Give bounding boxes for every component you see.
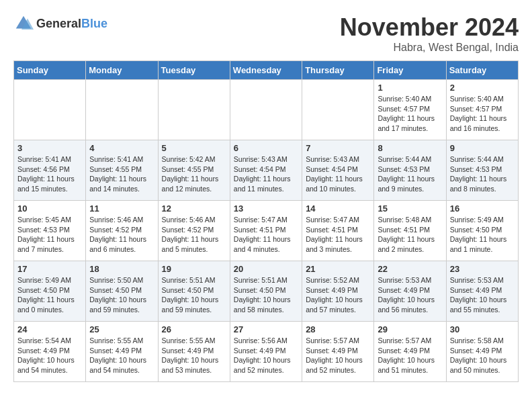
weekday-header-sunday: Sunday	[14, 61, 86, 80]
day-number: 9	[450, 143, 515, 153]
logo: GeneralBlue	[13, 13, 107, 34]
calendar-cell: 16Sunrise: 5:49 AM Sunset: 4:50 PM Dayli…	[446, 201, 518, 261]
day-number: 2	[450, 83, 515, 93]
day-content: Sunrise: 5:55 AM Sunset: 4:49 PM Dayligh…	[162, 336, 226, 375]
calendar-cell: 13Sunrise: 5:47 AM Sunset: 4:51 PM Dayli…	[230, 201, 302, 261]
day-number: 22	[378, 264, 442, 274]
day-content: Sunrise: 5:55 AM Sunset: 4:49 PM Dayligh…	[89, 336, 154, 375]
weekday-header-thursday: Thursday	[302, 61, 374, 80]
calendar-cell: 28Sunrise: 5:57 AM Sunset: 4:49 PM Dayli…	[302, 322, 374, 382]
day-content: Sunrise: 5:51 AM Sunset: 4:50 PM Dayligh…	[234, 275, 298, 315]
day-content: Sunrise: 5:49 AM Sunset: 4:50 PM Dayligh…	[450, 215, 515, 255]
day-number: 24	[17, 324, 82, 334]
day-number: 8	[378, 143, 442, 153]
calendar-cell	[302, 80, 374, 140]
day-content: Sunrise: 5:46 AM Sunset: 4:52 PM Dayligh…	[89, 215, 154, 255]
calendar-cell: 1Sunrise: 5:40 AM Sunset: 4:57 PM Daylig…	[374, 80, 446, 140]
day-content: Sunrise: 5:43 AM Sunset: 4:54 PM Dayligh…	[306, 154, 370, 194]
day-number: 7	[306, 143, 370, 153]
calendar-cell	[14, 80, 86, 140]
day-content: Sunrise: 5:41 AM Sunset: 4:55 PM Dayligh…	[89, 154, 154, 194]
calendar-cell: 15Sunrise: 5:48 AM Sunset: 4:51 PM Dayli…	[374, 201, 446, 261]
day-content: Sunrise: 5:40 AM Sunset: 4:57 PM Dayligh…	[378, 94, 442, 134]
day-number: 6	[234, 143, 298, 153]
day-content: Sunrise: 5:51 AM Sunset: 4:50 PM Dayligh…	[162, 275, 226, 315]
calendar-cell: 30Sunrise: 5:58 AM Sunset: 4:49 PM Dayli…	[446, 322, 518, 382]
calendar-cell: 11Sunrise: 5:46 AM Sunset: 4:52 PM Dayli…	[86, 201, 158, 261]
day-content: Sunrise: 5:50 AM Sunset: 4:50 PM Dayligh…	[89, 275, 154, 315]
calendar-body: 1Sunrise: 5:40 AM Sunset: 4:57 PM Daylig…	[14, 80, 519, 382]
day-number: 18	[89, 264, 154, 274]
month-title: November 2024	[340, 13, 519, 42]
calendar-cell: 2Sunrise: 5:40 AM Sunset: 4:57 PM Daylig…	[446, 80, 518, 140]
day-content: Sunrise: 5:57 AM Sunset: 4:49 PM Dayligh…	[378, 336, 442, 375]
calendar-week-row: 1Sunrise: 5:40 AM Sunset: 4:57 PM Daylig…	[14, 80, 519, 140]
calendar-cell: 3Sunrise: 5:41 AM Sunset: 4:56 PM Daylig…	[14, 140, 86, 201]
day-number: 23	[450, 264, 515, 274]
calendar-cell: 10Sunrise: 5:45 AM Sunset: 4:53 PM Dayli…	[14, 201, 86, 261]
day-number: 28	[306, 324, 370, 334]
logo-icon	[13, 13, 34, 34]
calendar-cell: 20Sunrise: 5:51 AM Sunset: 4:50 PM Dayli…	[230, 261, 302, 322]
day-content: Sunrise: 5:44 AM Sunset: 4:53 PM Dayligh…	[378, 154, 442, 194]
calendar-cell: 27Sunrise: 5:56 AM Sunset: 4:49 PM Dayli…	[230, 322, 302, 382]
calendar-cell: 22Sunrise: 5:53 AM Sunset: 4:49 PM Dayli…	[374, 261, 446, 322]
calendar-cell: 17Sunrise: 5:49 AM Sunset: 4:50 PM Dayli…	[14, 261, 86, 322]
page-header: GeneralBlue November 2024 Habra, West Be…	[13, 13, 519, 54]
calendar-cell	[158, 80, 230, 140]
location-title: Habra, West Bengal, India	[340, 42, 519, 54]
calendar-cell: 25Sunrise: 5:55 AM Sunset: 4:49 PM Dayli…	[86, 322, 158, 382]
day-number: 15	[378, 203, 442, 214]
day-number: 21	[306, 264, 370, 274]
day-content: Sunrise: 5:53 AM Sunset: 4:49 PM Dayligh…	[378, 275, 442, 315]
calendar-cell: 19Sunrise: 5:51 AM Sunset: 4:50 PM Dayli…	[158, 261, 230, 322]
day-content: Sunrise: 5:40 AM Sunset: 4:57 PM Dayligh…	[450, 94, 515, 134]
calendar-cell	[230, 80, 302, 140]
day-number: 3	[17, 143, 82, 153]
calendar-cell: 4Sunrise: 5:41 AM Sunset: 4:55 PM Daylig…	[86, 140, 158, 201]
calendar-cell: 26Sunrise: 5:55 AM Sunset: 4:49 PM Dayli…	[158, 322, 230, 382]
day-number: 13	[234, 203, 298, 214]
day-content: Sunrise: 5:47 AM Sunset: 4:51 PM Dayligh…	[306, 215, 370, 255]
calendar-cell: 5Sunrise: 5:42 AM Sunset: 4:55 PM Daylig…	[158, 140, 230, 201]
calendar-header: SundayMondayTuesdayWednesdayThursdayFrid…	[14, 61, 519, 80]
calendar-week-row: 10Sunrise: 5:45 AM Sunset: 4:53 PM Dayli…	[14, 201, 519, 261]
calendar-cell: 18Sunrise: 5:50 AM Sunset: 4:50 PM Dayli…	[86, 261, 158, 322]
day-number: 26	[162, 324, 226, 334]
day-number: 5	[162, 143, 226, 153]
day-content: Sunrise: 5:48 AM Sunset: 4:51 PM Dayligh…	[378, 215, 442, 255]
weekday-header-saturday: Saturday	[446, 61, 518, 80]
calendar-week-row: 3Sunrise: 5:41 AM Sunset: 4:56 PM Daylig…	[14, 140, 519, 201]
calendar-cell: 29Sunrise: 5:57 AM Sunset: 4:49 PM Dayli…	[374, 322, 446, 382]
day-content: Sunrise: 5:42 AM Sunset: 4:55 PM Dayligh…	[162, 154, 226, 194]
day-number: 29	[378, 324, 442, 334]
calendar-cell: 24Sunrise: 5:54 AM Sunset: 4:49 PM Dayli…	[14, 322, 86, 382]
calendar-week-row: 17Sunrise: 5:49 AM Sunset: 4:50 PM Dayli…	[14, 261, 519, 322]
day-number: 10	[17, 203, 82, 214]
day-content: Sunrise: 5:57 AM Sunset: 4:49 PM Dayligh…	[306, 336, 370, 375]
day-number: 14	[306, 203, 370, 214]
day-content: Sunrise: 5:46 AM Sunset: 4:52 PM Dayligh…	[162, 215, 226, 255]
day-number: 27	[234, 324, 298, 334]
calendar-cell: 9Sunrise: 5:44 AM Sunset: 4:53 PM Daylig…	[446, 140, 518, 201]
day-number: 11	[89, 203, 154, 214]
day-number: 12	[162, 203, 226, 214]
day-content: Sunrise: 5:45 AM Sunset: 4:53 PM Dayligh…	[17, 215, 82, 255]
day-content: Sunrise: 5:56 AM Sunset: 4:49 PM Dayligh…	[234, 336, 298, 375]
calendar-cell: 23Sunrise: 5:53 AM Sunset: 4:49 PM Dayli…	[446, 261, 518, 322]
weekday-header-tuesday: Tuesday	[158, 61, 230, 80]
day-content: Sunrise: 5:41 AM Sunset: 4:56 PM Dayligh…	[17, 154, 82, 194]
logo-general: General	[36, 17, 81, 30]
title-area: November 2024 Habra, West Bengal, India	[340, 13, 519, 54]
day-number: 30	[450, 324, 515, 334]
weekday-header-friday: Friday	[374, 61, 446, 80]
day-number: 25	[89, 324, 154, 334]
calendar-cell: 12Sunrise: 5:46 AM Sunset: 4:52 PM Dayli…	[158, 201, 230, 261]
logo-blue: Blue	[81, 17, 107, 30]
weekday-header-monday: Monday	[86, 61, 158, 80]
calendar-cell: 8Sunrise: 5:44 AM Sunset: 4:53 PM Daylig…	[374, 140, 446, 201]
day-number: 4	[89, 143, 154, 153]
day-number: 16	[450, 203, 515, 214]
calendar-cell: 14Sunrise: 5:47 AM Sunset: 4:51 PM Dayli…	[302, 201, 374, 261]
day-content: Sunrise: 5:43 AM Sunset: 4:54 PM Dayligh…	[234, 154, 298, 194]
